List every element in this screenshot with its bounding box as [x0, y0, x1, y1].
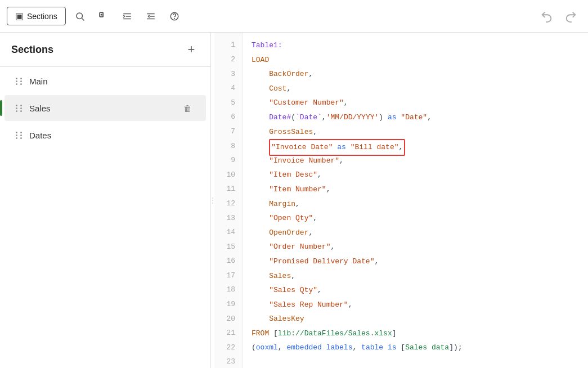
- add-section-button[interactable]: +: [183, 42, 199, 57]
- line-number-1: 1: [214, 38, 242, 53]
- code-line-5: "Customer Number",: [252, 96, 579, 110]
- svg-line-1: [82, 18, 84, 20]
- code-line-22: (ooxml, embedded labels, table is [Sales…: [252, 340, 579, 355]
- toolbar-right: [536, 6, 581, 26]
- sidebar-items-list: Main 🗑 Sales 🗑 Dates: [0, 67, 210, 368]
- sidebar-item-label-dates: Dates: [29, 131, 174, 140]
- line-number-8: 8: [214, 139, 242, 154]
- delete-sales-button[interactable]: 🗑: [180, 101, 195, 115]
- code-line-16: "Promised Delivery Date",: [252, 254, 579, 269]
- search-button[interactable]: [70, 7, 89, 26]
- code-line-1: Table1:: [252, 38, 579, 53]
- line-number-18: 18: [214, 283, 242, 298]
- line-number-3: 3: [214, 67, 242, 82]
- code-line-14: OpenOrder,: [252, 226, 579, 240]
- line-number-23: 23: [214, 355, 242, 368]
- sidebar-header: Sections +: [0, 33, 210, 67]
- indent-button[interactable]: [118, 7, 137, 26]
- drag-handle-dates: [16, 132, 24, 139]
- toolbar: ▣ Sections: [0, 0, 588, 33]
- outdent-icon: [146, 11, 156, 21]
- sections-button[interactable]: ▣ Sections: [7, 7, 66, 25]
- panel-icon: ▣: [15, 11, 24, 21]
- help-button[interactable]: [165, 7, 184, 26]
- code-line-18: "Sales Qty",: [252, 283, 579, 298]
- code-line-4: Cost,: [252, 82, 579, 96]
- line-number-15: 15: [214, 240, 242, 254]
- code-line-10: "Item Desc",: [252, 168, 579, 182]
- sidebar: Sections + Main 🗑: [0, 33, 211, 368]
- line-number-7: 7: [214, 125, 242, 140]
- redo-icon: [565, 10, 577, 23]
- sidebar-item-label-main: Main: [29, 77, 174, 86]
- code-line-15: "Order Number",: [252, 240, 579, 254]
- code-line-6: Date#(`Date`,'MM/DD/YYYY') as "Date",: [252, 110, 579, 125]
- sidebar-item-sales[interactable]: Sales 🗑: [5, 95, 206, 121]
- drag-handle-sales: [16, 105, 24, 112]
- redo-button[interactable]: [561, 6, 581, 26]
- code-line-11: "Item Number",: [252, 182, 579, 197]
- indent-icon: [122, 11, 132, 21]
- line-numbers: 1234567891011121314151617181920212223: [214, 33, 243, 368]
- outdent-button[interactable]: [141, 7, 160, 26]
- line-number-5: 5: [214, 96, 242, 110]
- line-number-13: 13: [214, 211, 242, 226]
- line-number-14: 14: [214, 226, 242, 240]
- undo-icon: [540, 10, 553, 23]
- line-number-2: 2: [214, 53, 242, 68]
- search-icon: [75, 11, 85, 21]
- main-content: Sections + Main 🗑: [0, 33, 588, 368]
- code-line-9: "Invoice Number",: [252, 154, 579, 168]
- line-number-16: 16: [214, 254, 242, 269]
- code-line-12: Margin,: [252, 197, 579, 212]
- line-number-19: 19: [214, 298, 242, 312]
- svg-point-13: [174, 18, 174, 19]
- code-line-20: SalesKey: [252, 312, 579, 326]
- line-number-20: 20: [214, 312, 242, 326]
- line-number-17: 17: [214, 269, 242, 284]
- code-line-3: BackOrder,: [252, 67, 579, 82]
- line-number-12: 12: [214, 197, 242, 212]
- line-number-4: 4: [214, 82, 242, 96]
- code-editor[interactable]: 1234567891011121314151617181920212223 Ta…: [214, 33, 588, 368]
- line-number-9: 9: [214, 154, 242, 168]
- code-line-2: LOAD: [252, 53, 579, 68]
- line-number-21: 21: [214, 326, 242, 341]
- svg-point-0: [77, 13, 83, 19]
- comment-icon: [98, 11, 109, 21]
- add-icon: +: [188, 42, 195, 57]
- undo-button[interactable]: [536, 6, 556, 26]
- code-line-8: "Invoice Date" as "Bill date",: [252, 139, 579, 154]
- sections-button-label: Sections: [27, 12, 57, 21]
- comment-button[interactable]: [94, 7, 113, 26]
- drag-handle-main: [16, 78, 24, 85]
- sidebar-item-main[interactable]: Main 🗑: [5, 68, 206, 94]
- sidebar-item-dates[interactable]: Dates 🗑: [5, 122, 206, 148]
- code-content[interactable]: Table1:LOAD BackOrder, Cost, "Customer N…: [243, 33, 588, 368]
- line-number-6: 6: [214, 110, 242, 125]
- code-line-23: [252, 355, 579, 368]
- code-line-21: FROM [lib://DataFiles/Sales.xlsx]: [252, 326, 579, 341]
- line-number-22: 22: [214, 340, 242, 355]
- help-icon: [169, 11, 179, 21]
- line-number-11: 11: [214, 182, 242, 197]
- line-number-10: 10: [214, 168, 242, 182]
- code-line-13: "Open Qty",: [252, 211, 579, 226]
- code-line-17: Sales,: [252, 269, 579, 284]
- sidebar-item-label-sales: Sales: [29, 104, 174, 113]
- code-line-19: "Sales Rep Number",: [252, 298, 579, 312]
- code-line-7: GrossSales,: [252, 125, 579, 140]
- sidebar-title: Sections: [11, 44, 53, 56]
